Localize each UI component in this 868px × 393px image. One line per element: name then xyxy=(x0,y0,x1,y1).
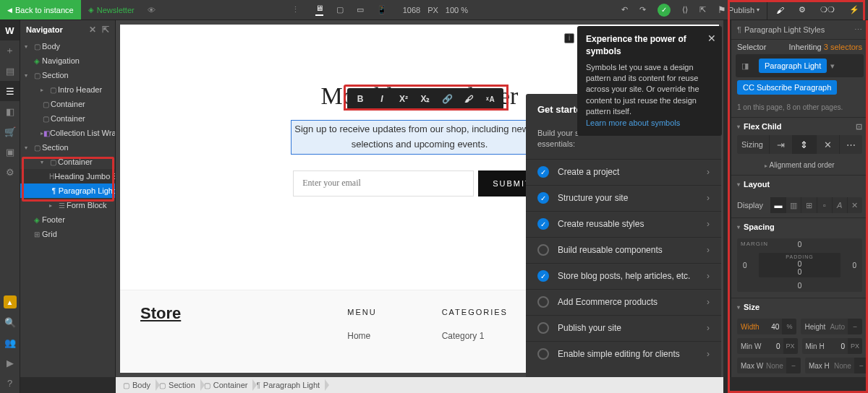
width-input[interactable]: Width40% xyxy=(737,319,796,334)
breadcrumb-body[interactable]: ▢Body xyxy=(120,377,156,393)
styles-more-icon[interactable]: ⋯ xyxy=(854,25,862,35)
assets-icon[interactable]: ▣ xyxy=(0,142,20,162)
selector-dropdown-icon[interactable]: ▾ xyxy=(827,61,838,71)
help-users-icon[interactable]: 👥 xyxy=(0,332,20,353)
audit-icon[interactable]: ▲ xyxy=(4,295,17,308)
navigator-icon[interactable]: ☰ xyxy=(0,81,20,101)
superscript-button[interactable]: X² xyxy=(393,90,414,108)
tree-form-block[interactable]: ▸☰Form Block xyxy=(20,198,115,212)
tree-container-2[interactable]: ▢Container xyxy=(20,111,115,126)
min-width-input[interactable]: Min W0PX xyxy=(737,338,798,354)
selected-paragraph[interactable]: Sign up to receive updates from our shop… xyxy=(291,120,548,155)
publish-dropdown[interactable]: ⚑Publish▾ xyxy=(718,4,760,15)
display-flex-button[interactable]: ▥ xyxy=(786,197,801,213)
tree-intro-header[interactable]: ▸▢Intro Header xyxy=(20,82,115,97)
tree-footer[interactable]: ◈Footer xyxy=(20,212,115,227)
italic-button[interactable]: I xyxy=(371,90,393,108)
selector-state-icon[interactable]: ◨ xyxy=(737,61,753,71)
tree-container-3[interactable]: ▾▢Container xyxy=(20,155,115,169)
footer-cat-link[interactable]: Category 1 xyxy=(442,331,485,341)
guide-item[interactable]: ✓Create a project› xyxy=(526,159,721,185)
undo-icon[interactable]: ↶ xyxy=(621,5,628,14)
guide-item[interactable]: ✓Create reusable styles› xyxy=(526,211,721,237)
tree-navigation[interactable]: ◈Navigation xyxy=(20,53,115,68)
margin-left-value[interactable]: 0 xyxy=(743,262,747,269)
margin-right-value[interactable]: 0 xyxy=(852,262,856,269)
focus-icon[interactable]: ⊡ xyxy=(856,122,862,131)
display-grid-button[interactable]: ⊞ xyxy=(801,197,816,213)
style-brush-icon[interactable]: 🖌 xyxy=(776,6,784,14)
tree-container-1[interactable]: ▢Container xyxy=(20,97,115,111)
alignment-order-link[interactable]: Alignment and order xyxy=(731,158,868,175)
guide-item[interactable]: Publish your site› xyxy=(526,315,721,341)
display-inline-block-button[interactable]: ▫ xyxy=(817,197,832,213)
height-input[interactable]: HeightAuto– xyxy=(801,319,862,334)
margin-bottom-value[interactable]: 0 xyxy=(798,282,802,290)
size-section[interactable]: Size xyxy=(731,298,868,316)
pages-icon[interactable]: ▤ xyxy=(0,61,20,81)
sizing-none-button[interactable]: ✕ xyxy=(816,135,839,154)
guide-item[interactable]: ✓Structure your site› xyxy=(526,185,721,211)
tree-grid[interactable]: ⊞Grid xyxy=(20,227,115,241)
class-tag-paragraph-light[interactable]: Paragraph Light xyxy=(759,59,827,73)
desktop-device-icon[interactable]: 🖥 xyxy=(315,4,323,16)
link-button[interactable]: 🔗 xyxy=(436,90,458,108)
padding-bottom-value[interactable]: 0 xyxy=(798,268,802,276)
video-help-icon[interactable]: ▶ xyxy=(0,353,20,373)
help-question-icon[interactable]: ? xyxy=(0,373,20,393)
guide-item[interactable]: ✓Store blog posts, help articles, etc.› xyxy=(526,263,721,289)
footer-store-logo[interactable]: Store xyxy=(140,304,181,323)
back-to-instance-button[interactable]: Back to instance xyxy=(0,0,81,20)
footer-menu-link[interactable]: Home xyxy=(347,331,370,341)
sizing-more-button[interactable]: ⋯ xyxy=(839,135,862,154)
display-none-button[interactable]: ✕ xyxy=(847,197,862,213)
interactions-icon[interactable]: ❍❍ xyxy=(820,5,835,14)
layout-section[interactable]: Layout xyxy=(731,176,868,193)
mobile-device-icon[interactable]: 📱 xyxy=(377,5,387,14)
webflow-logo-icon[interactable]: W xyxy=(0,20,20,40)
settings-gear-icon[interactable]: ⚙ xyxy=(799,5,806,14)
pin-icon[interactable]: ⇱ xyxy=(102,25,109,35)
tip-link[interactable]: Learn more about symbols xyxy=(586,118,680,127)
tablet-device-icon[interactable]: ▢ xyxy=(336,5,344,14)
display-inline-button[interactable]: A xyxy=(832,197,847,213)
tree-section-1[interactable]: ▾▢Section xyxy=(20,68,115,82)
sizing-shrink-button[interactable]: ⇥ xyxy=(769,135,792,154)
add-element-icon[interactable]: ＋ xyxy=(0,40,20,61)
sizing-grow-button[interactable]: ⇕ xyxy=(792,135,815,154)
tree-collection-list[interactable]: ▸◧Collection List Wrapper xyxy=(20,126,115,140)
tree-paragraph-light[interactable]: ¶Paragraph Light xyxy=(20,183,115,198)
max-height-input[interactable]: Max HNone– xyxy=(805,358,868,373)
flex-child-section[interactable]: Flex Child⊡ xyxy=(731,118,868,135)
inherit-count[interactable]: 3 selectors xyxy=(824,43,862,51)
search-icon[interactable]: 🔍 xyxy=(0,312,20,332)
menu-dots-icon[interactable]: ⋮ xyxy=(284,5,307,14)
collapse-icon[interactable]: ✕ xyxy=(89,25,96,35)
preview-eye-icon[interactable]: 👁 xyxy=(142,6,161,14)
effects-icon[interactable]: ⚡ xyxy=(849,5,859,14)
bold-button[interactable]: B xyxy=(349,90,371,108)
spacing-box-model[interactable]: MARGIN 0 0 0 0 PADDING 0 0 xyxy=(737,238,862,292)
settings-rail-icon[interactable]: ⚙ xyxy=(0,162,20,182)
min-height-input[interactable]: Min H0PX xyxy=(802,338,863,354)
tree-body[interactable]: ▾▢Body xyxy=(20,39,115,53)
ecommerce-icon[interactable]: 🛒 xyxy=(0,121,20,142)
clear-format-button[interactable]: ᵡA xyxy=(480,90,501,108)
display-block-button[interactable]: ▬ xyxy=(770,197,786,213)
export-icon[interactable]: ⇱ xyxy=(699,5,706,14)
margin-top-value[interactable]: 0 xyxy=(798,241,802,249)
landscape-device-icon[interactable]: ▭ xyxy=(357,5,364,14)
page-tab-newsletter[interactable]: Newsletter xyxy=(81,0,142,20)
status-check-icon[interactable]: ✓ xyxy=(658,4,671,17)
close-tip-button[interactable]: ✕ xyxy=(707,32,716,46)
code-icon[interactable]: ⟨⟩ xyxy=(682,5,688,14)
tree-section-2[interactable]: ▾▢Section xyxy=(20,140,115,155)
breadcrumb-paragraph[interactable]: ¶Paragraph Light xyxy=(253,377,326,393)
guide-item[interactable]: Build reusable components› xyxy=(526,237,721,263)
cms-icon[interactable]: ◧ xyxy=(0,101,20,121)
redo-icon[interactable]: ↷ xyxy=(639,5,646,14)
padding-top-value[interactable]: 0 xyxy=(798,260,802,268)
guide-item[interactable]: Add Ecommerce products› xyxy=(526,289,721,315)
breadcrumb-container[interactable]: ▢Container xyxy=(201,377,254,393)
subscript-button[interactable]: X₂ xyxy=(414,90,436,108)
